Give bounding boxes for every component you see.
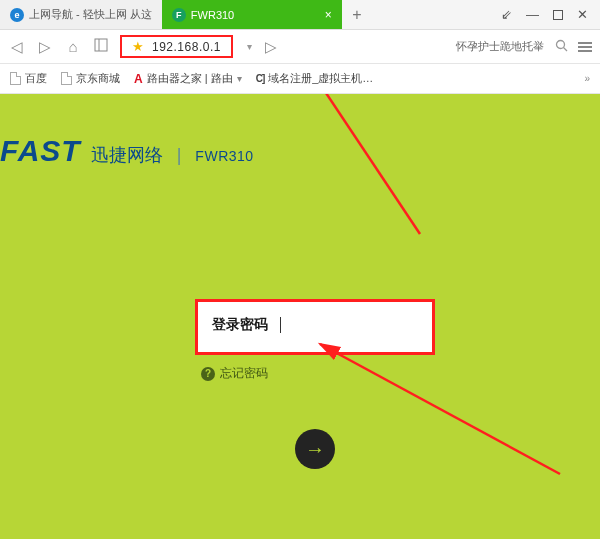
svg-rect-0	[95, 39, 107, 51]
url-dropdown-icon[interactable]: ▾	[247, 41, 252, 52]
go-arrow-icon[interactable]: ▷	[262, 38, 280, 56]
window-controls: ⇙ — ✕	[489, 0, 600, 29]
svg-point-2	[556, 41, 564, 49]
svg-line-4	[300, 94, 420, 234]
bookmark-jd[interactable]: 京东商城	[61, 71, 120, 86]
tab-active[interactable]: F FWR310 ×	[162, 0, 342, 29]
brand-cn: 迅捷网络	[91, 143, 163, 167]
page-icon	[61, 72, 72, 85]
back-button[interactable]: ◁	[8, 38, 26, 56]
page-icon	[10, 72, 21, 85]
password-field-highlight[interactable]: 登录密码	[195, 299, 435, 355]
c-icon: C]	[256, 73, 265, 84]
url-field-highlight[interactable]: ★ 192.168.0.1	[120, 35, 233, 58]
brand-row: FAST 迅捷网络 | FWR310	[0, 134, 254, 168]
svg-line-3	[563, 48, 567, 52]
pin-icon[interactable]: ⇙	[501, 7, 512, 22]
submit-button[interactable]: →	[295, 429, 335, 469]
router-login-page: FAST 迅捷网络 | FWR310 登录密码 ? 忘记密码 →	[0, 94, 600, 539]
a-icon: A	[134, 72, 143, 86]
new-tab-button[interactable]: +	[342, 0, 372, 29]
password-label: 登录密码	[212, 316, 268, 334]
home-button[interactable]: ⌂	[64, 38, 82, 55]
forward-button[interactable]: ▷	[36, 38, 54, 56]
bookmark-domain[interactable]: C] 域名注册_虚拟主机…	[256, 71, 374, 86]
url-text: 192.168.0.1	[152, 40, 221, 54]
fast-f-icon: F	[172, 8, 186, 22]
login-area: 登录密码 ? 忘记密码	[195, 299, 435, 382]
forgot-password-link[interactable]: ? 忘记密码	[201, 365, 435, 382]
bookmarks-bar: 百度 京东商城 A 路由器之家 | 路由 ▾ C] 域名注册_虚拟主机… »	[0, 64, 600, 94]
search-suggestion[interactable]: 怀孕护士跪地托举	[456, 39, 544, 54]
minimize-button[interactable]: —	[526, 7, 539, 22]
favorite-star-icon[interactable]: ★	[132, 39, 144, 54]
brand-separator: |	[177, 145, 182, 166]
close-window-button[interactable]: ✕	[577, 7, 588, 22]
chevron-down-icon: ▾	[237, 73, 242, 84]
brand-model: FWR310	[195, 148, 253, 164]
maximize-button[interactable]	[553, 10, 563, 20]
fast-logo: FAST	[0, 134, 81, 168]
menu-button[interactable]	[578, 42, 592, 52]
address-bar: ◁ ▷ ⌂ ★ 192.168.0.1 ▾ ▷ 怀孕护士跪地托举	[0, 30, 600, 64]
title-bar: e 上网导航 - 轻快上网 从这 F FWR310 × + ⇙ — ✕	[0, 0, 600, 30]
bookmarks-overflow-icon[interactable]: »	[584, 73, 590, 84]
bookmark-router[interactable]: A 路由器之家 | 路由 ▾	[134, 71, 242, 86]
close-tab-icon[interactable]: ×	[325, 8, 332, 22]
text-cursor	[280, 317, 281, 333]
browser-e-icon: e	[10, 8, 24, 22]
tab-inactive[interactable]: e 上网导航 - 轻快上网 从这	[0, 0, 162, 29]
arrow-right-icon: →	[305, 438, 325, 461]
question-icon: ?	[201, 367, 215, 381]
reader-icon[interactable]	[92, 38, 110, 55]
search-icon[interactable]	[552, 38, 570, 55]
tab-active-title: FWR310	[191, 9, 320, 21]
tab-inactive-title: 上网导航 - 轻快上网 从这	[29, 7, 152, 22]
bookmark-baidu[interactable]: 百度	[10, 71, 47, 86]
